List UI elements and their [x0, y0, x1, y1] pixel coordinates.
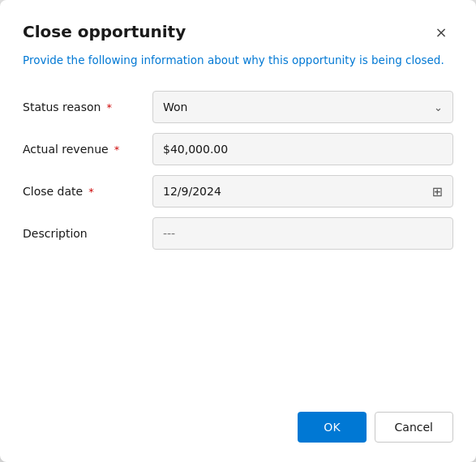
- description-input[interactable]: [152, 217, 453, 250]
- status-reason-label: Status reason *: [23, 101, 152, 113]
- form-fields: Status reason * Won ⌄ Actual revenue *: [23, 86, 453, 255]
- dialog-title: Close opportunity: [23, 22, 186, 41]
- close-opportunity-dialog: Close opportunity × Provide the followin…: [0, 0, 476, 462]
- dialog-header: Close opportunity ×: [23, 19, 453, 44]
- close-date-value: 12/9/2024: [163, 185, 221, 198]
- spacer: [23, 255, 453, 379]
- ok-button[interactable]: OK: [298, 412, 366, 443]
- close-date-picker[interactable]: 12/9/2024 ⊞: [152, 175, 453, 207]
- required-star-revenue: *: [114, 143, 120, 156]
- actual-revenue-input[interactable]: [152, 133, 453, 165]
- close-button[interactable]: ×: [429, 19, 453, 44]
- chevron-down-icon: ⌄: [434, 101, 443, 113]
- status-reason-row: Status reason * Won ⌄: [23, 86, 453, 128]
- status-reason-value: Won: [163, 101, 187, 113]
- actual-revenue-row: Actual revenue *: [23, 128, 453, 170]
- close-date-row: Close date * 12/9/2024 ⊞: [23, 170, 453, 212]
- dialog-subtitle: Provide the following information about …: [23, 52, 453, 68]
- status-reason-select[interactable]: Won ⌄: [152, 91, 453, 123]
- cancel-button[interactable]: Cancel: [375, 412, 453, 443]
- close-date-label: Close date *: [23, 185, 152, 198]
- calendar-icon: ⊞: [432, 184, 443, 199]
- description-label: Description: [23, 227, 152, 240]
- description-row: Description: [23, 212, 453, 255]
- description-control-wrap: [152, 217, 453, 250]
- required-star: *: [106, 101, 112, 113]
- required-star-date: *: [88, 186, 94, 198]
- status-reason-control-wrap: Won ⌄: [152, 91, 453, 123]
- close-date-control-wrap: 12/9/2024 ⊞: [152, 175, 453, 207]
- actual-revenue-label: Actual revenue *: [23, 143, 152, 156]
- dialog-footer: OK Cancel: [23, 399, 453, 443]
- actual-revenue-control-wrap: [152, 133, 453, 165]
